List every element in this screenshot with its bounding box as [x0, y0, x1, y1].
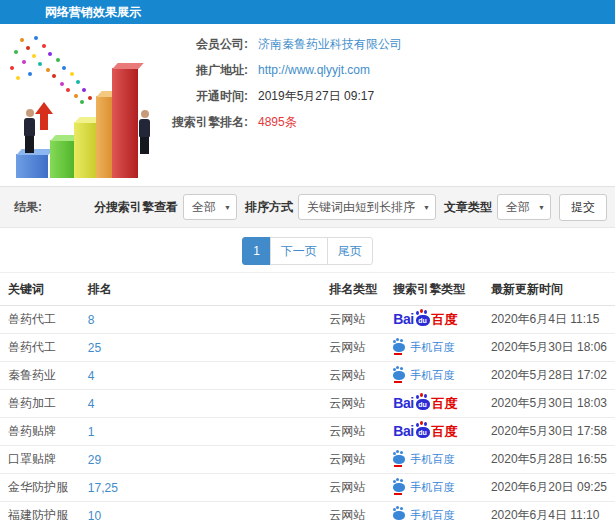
confetti-dot — [42, 44, 46, 48]
top-section: 会员公司:济南秦鲁药业科技有限公司推广地址:http://www.qlyyjt.… — [0, 24, 615, 186]
profile-field-label: 搜索引擎排名: — [170, 114, 248, 130]
rank-link[interactable]: 1 — [88, 425, 95, 439]
updated-cell: 2020年6月4日 11:10 — [483, 502, 615, 520]
results-label: 结果: — [14, 199, 42, 216]
column-header: 排名 — [80, 273, 321, 306]
baidu-paw-du: du — [416, 317, 430, 324]
businessman-left — [24, 109, 35, 153]
baidu-paw-du: du — [416, 401, 430, 408]
column-header: 最新更新时间 — [483, 273, 615, 306]
profile-field-value[interactable]: 济南秦鲁药业科技有限公司 — [258, 37, 402, 51]
confetti-dot — [20, 38, 24, 42]
confetti-dot — [32, 54, 36, 58]
profile-field-label: 会员公司: — [170, 36, 248, 52]
baidu-paw-icon: du — [416, 399, 430, 410]
keyword-cell: 金华防护服 — [0, 474, 80, 502]
engine-filter-select[interactable]: 全部 — [183, 194, 237, 220]
confetti-dot — [48, 52, 52, 56]
rank-cell: 29 — [80, 446, 321, 474]
confetti-dot — [10, 66, 14, 70]
engine-cell: 手机百度 — [385, 474, 483, 502]
keyword-cell: 秦鲁药业 — [0, 362, 80, 390]
confetti-dot — [74, 94, 78, 98]
baidu-logo: Baidu百度 — [393, 424, 457, 438]
baidu-logo-bai: Bai — [393, 396, 413, 410]
baidu-logo-bai: Bai — [393, 424, 413, 438]
rank-link[interactable]: 29 — [88, 453, 101, 467]
column-header: 搜索引擎类型 — [385, 273, 483, 306]
rank-link[interactable]: 10 — [88, 509, 101, 520]
rank-link[interactable]: 25 — [88, 341, 101, 355]
mobile-baidu-logo: 手机百度 — [393, 342, 454, 353]
rank-cell: 4 — [80, 362, 321, 390]
keyword-cell: 兽药加工 — [0, 390, 80, 418]
column-header: 关键词 — [0, 273, 80, 306]
confetti-dot — [70, 72, 74, 76]
mobile-baidu-label: 手机百度 — [410, 342, 454, 353]
mobile-baidu-logo: 手机百度 — [393, 510, 454, 520]
page-1-button[interactable]: 1 — [242, 237, 271, 265]
submit-button[interactable]: 提交 — [559, 194, 607, 221]
profile-field-label: 开通时间: — [170, 88, 248, 104]
rank-type-cell: 云网站 — [321, 362, 385, 390]
article-type-filter-label: 文章类型 — [444, 199, 492, 216]
baidu-paw-icon: du — [416, 315, 430, 326]
table-row: 秦鲁药业4云网站手机百度2020年5月28日 17:02 — [0, 362, 615, 390]
profile-field-value[interactable]: http://www.qlyyjt.com — [258, 63, 370, 77]
confetti-dot — [66, 88, 70, 92]
confetti-dot — [26, 46, 30, 50]
next-page-button[interactable]: 下一页 — [270, 237, 328, 265]
article-type-filter-select[interactable]: 全部 — [497, 194, 551, 220]
keyword-cell: 兽药贴牌 — [0, 418, 80, 446]
confetti-dot — [88, 96, 92, 100]
sort-filter-select[interactable]: 关键词由短到长排序 — [298, 194, 436, 220]
rank-link[interactable]: 4 — [88, 369, 95, 383]
keyword-cell: 口罩贴牌 — [0, 446, 80, 474]
mobile-baidu-label: 手机百度 — [410, 454, 454, 465]
mobile-baidu-label: 手机百度 — [410, 510, 454, 520]
column-header: 排名类型 — [321, 273, 385, 306]
growth-chart-illustration — [8, 32, 173, 180]
businessman-right — [139, 110, 150, 154]
engine-cell: 手机百度 — [385, 334, 483, 362]
baidu-logo: Baidu百度 — [393, 396, 457, 410]
rank-link[interactable]: 4 — [88, 397, 95, 411]
engine-cell: 手机百度 — [385, 446, 483, 474]
rank-cell: 25 — [80, 334, 321, 362]
keyword-cell: 兽药代工 — [0, 334, 80, 362]
table-row: 兽药代工8云网站Baidu百度2020年6月4日 11:15 — [0, 306, 615, 334]
engine-cell: Baidu百度 — [385, 418, 483, 446]
updated-cell: 2020年6月4日 11:15 — [483, 306, 615, 334]
baidu-logo-cn: 百度 — [432, 397, 458, 410]
updated-cell: 2020年5月28日 16:55 — [483, 446, 615, 474]
baidu-logo-bai: Bai — [393, 312, 413, 326]
rank-cell: 1 — [80, 418, 321, 446]
keywords-table: 关键词排名排名类型搜索引擎类型最新更新时间 兽药代工8云网站Baidu百度202… — [0, 272, 615, 520]
confetti-dot — [62, 66, 66, 70]
profile-field: 推广地址:http://www.qlyyjt.com — [170, 62, 570, 78]
member-profile: 会员公司:济南秦鲁药业科技有限公司推广地址:http://www.qlyyjt.… — [170, 36, 570, 140]
baidu-logo: Baidu百度 — [393, 312, 457, 326]
confetti-dot — [38, 62, 42, 66]
keyword-cell: 福建防护服 — [0, 502, 80, 520]
rank-cell: 17,25 — [80, 474, 321, 502]
profile-field: 搜索引擎排名:4895条 — [170, 114, 570, 130]
engine-filter-label: 分搜索引擎查看 — [94, 199, 178, 216]
chart-bar-blue — [16, 154, 48, 178]
mobile-baidu-logo: 手机百度 — [393, 482, 454, 493]
rank-link[interactable]: 8 — [88, 313, 95, 327]
engine-cell: Baidu百度 — [385, 306, 483, 334]
rank-type-cell: 云网站 — [321, 418, 385, 446]
confetti-dot — [14, 50, 18, 54]
sort-filter-label: 排序方式 — [245, 199, 293, 216]
confetti-dot — [60, 82, 64, 86]
rank-type-cell: 云网站 — [321, 306, 385, 334]
filters: 分搜索引擎查看全部排序方式关键词由短到长排序文章类型全部提交 — [86, 194, 607, 221]
chart-bar-red — [112, 68, 138, 178]
profile-field-value: 4895条 — [258, 115, 297, 129]
rank-type-cell: 云网站 — [321, 334, 385, 362]
confetti-dot — [76, 80, 80, 84]
last-page-button[interactable]: 尾页 — [327, 237, 373, 265]
engine-cell: 手机百度 — [385, 502, 483, 520]
rank-link[interactable]: 17,25 — [88, 481, 118, 495]
